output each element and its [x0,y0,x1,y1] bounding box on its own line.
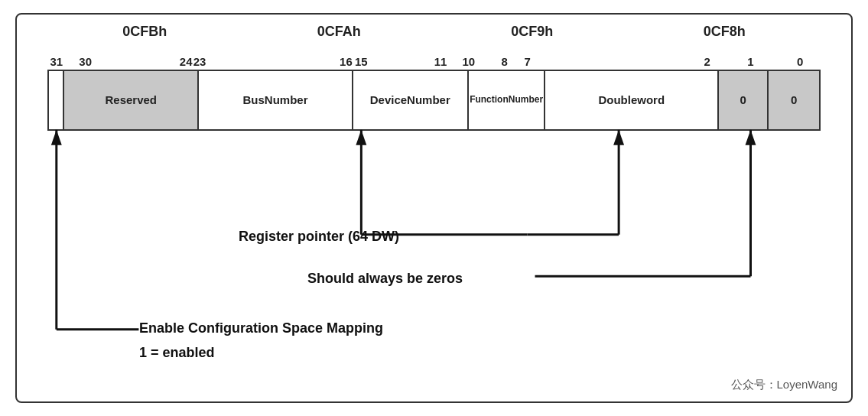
svg-text:1: 1 [747,56,753,68]
svg-text:23: 23 [193,56,206,68]
svg-marker-21 [746,130,756,145]
one-enabled-label: 1 = enabled [139,345,215,361]
register-pointer-label: Register pointer (64 DW) [239,229,399,245]
svg-text:7: 7 [524,56,530,68]
reg-cell-function-number: FunctionNumber [469,71,546,129]
svg-text:8: 8 [502,56,508,68]
svg-text:24: 24 [180,56,193,68]
reg-label-0CF9h: 0CF9h [511,24,553,40]
svg-marker-15 [613,130,624,145]
register-labels: 0CFBh 0CFAh 0CF9h 0CF8h [17,24,851,40]
watermark: 公众号：LoyenWang [731,378,838,392]
reg-cell-zero1: 0 [719,71,769,129]
svg-marker-18 [356,130,366,145]
reg-label-0CFAh: 0CFAh [317,24,361,40]
reg-cell-bus-number: BusNumber [199,71,353,129]
svg-text:11: 11 [434,56,447,68]
svg-text:15: 15 [355,56,368,68]
svg-text:30: 30 [79,56,92,68]
svg-text:2: 2 [704,56,710,68]
reg-cell-reserved: Reserved [64,71,199,129]
svg-text:0: 0 [797,56,803,68]
svg-text:31: 31 [50,56,63,68]
svg-marker-24 [51,130,62,145]
register-diagram: ReservedBusNumberDeviceNumberFunctionNum… [47,70,821,131]
reg-cell-doubleword: Doubleword [545,71,719,129]
reg-cell-bit31 [49,71,64,129]
reg-label-0CFBh: 0CFBh [122,24,167,40]
svg-text:10: 10 [463,56,476,68]
reg-cell-zero0: 0 [769,71,818,129]
reg-label-0CF8h: 0CF8h [704,24,746,40]
reg-cell-device-number: DeviceNumber [353,71,469,129]
diagram-container: 0CFBh 0CFAh 0CF9h 0CF8h ReservedBusNumbe… [15,13,853,403]
always-zeros-label: Should always be zeros [307,271,463,287]
enable-config-label: Enable Configuration Space Mapping [139,320,383,336]
svg-text:16: 16 [340,56,353,68]
